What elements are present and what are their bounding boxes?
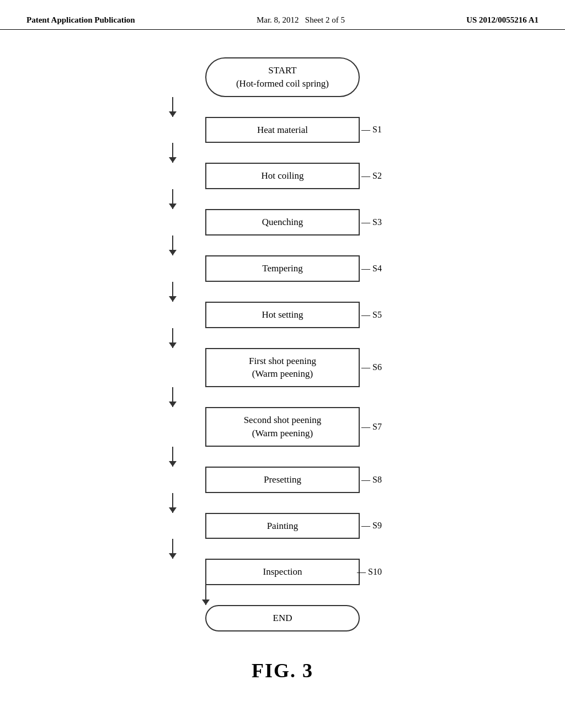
step-label-8: —S9 bbox=[361, 521, 382, 531]
step-row-6: Second shot peening(Warm peening)—S7 bbox=[172, 407, 393, 447]
process-box-3: Tempering bbox=[205, 255, 360, 282]
step-row-3: Tempering—S4 bbox=[172, 255, 393, 282]
arrow-1 bbox=[172, 143, 173, 163]
process-box-2: Quenching bbox=[205, 209, 360, 235]
header-right: US 2012/0055216 A1 bbox=[466, 15, 539, 25]
process-box-8: Painting bbox=[205, 513, 360, 539]
step-label-5: —S6 bbox=[361, 362, 382, 372]
process-box-9: Inspection bbox=[205, 559, 360, 585]
header-sheet: Sheet 2 of 5 bbox=[305, 15, 345, 24]
arrow-7 bbox=[172, 447, 173, 467]
step-label-4: —S5 bbox=[361, 310, 382, 320]
arrow-6 bbox=[172, 387, 173, 407]
step-label-9: —S10 bbox=[357, 567, 382, 577]
arrow-4 bbox=[172, 282, 173, 302]
end-node: END bbox=[205, 605, 360, 631]
arrow-0 bbox=[172, 97, 173, 117]
start-text-line2: (Hot-formed coil spring) bbox=[236, 78, 329, 89]
header-date: Mar. 8, 2012 bbox=[257, 15, 299, 24]
step-label-3: —S4 bbox=[361, 264, 382, 274]
step-row-4: Hot setting—S5 bbox=[172, 302, 393, 328]
process-box-7: Presetting bbox=[205, 467, 360, 493]
main-content: START (Hot-formed coil spring) Heat mate… bbox=[0, 30, 565, 682]
arrow-9 bbox=[172, 539, 173, 559]
flowchart: START (Hot-formed coil spring) Heat mate… bbox=[0, 57, 565, 631]
step-label-0: —S1 bbox=[361, 125, 382, 135]
step-label-6: —S7 bbox=[361, 422, 382, 432]
step-row-8: Painting—S9 bbox=[172, 513, 393, 539]
step-label-2: —S3 bbox=[361, 217, 382, 227]
step-row-9: Inspection—S10 bbox=[172, 559, 393, 585]
step-row-2: Quenching—S3 bbox=[172, 209, 393, 235]
start-text-line1: START bbox=[268, 65, 296, 76]
arrow-3 bbox=[172, 235, 173, 255]
process-box-6: Second shot peening(Warm peening) bbox=[205, 407, 360, 447]
arrow-8 bbox=[172, 493, 173, 513]
step-row-7: Presetting—S8 bbox=[172, 467, 393, 493]
figure-caption: FIG. 3 bbox=[252, 659, 313, 682]
step-label-7: —S8 bbox=[361, 475, 382, 485]
final-arrow bbox=[205, 585, 206, 605]
header-left: Patent Application Publication bbox=[26, 15, 135, 25]
arrow-5 bbox=[172, 328, 173, 348]
header-center: Mar. 8, 2012 Sheet 2 of 5 bbox=[257, 15, 345, 25]
page-header: Patent Application Publication Mar. 8, 2… bbox=[0, 0, 565, 30]
process-box-1: Hot coiling bbox=[205, 163, 360, 189]
step-label-1: —S2 bbox=[361, 171, 382, 181]
start-node: START (Hot-formed coil spring) bbox=[205, 57, 360, 97]
step-row-0: Heat material—S1 bbox=[172, 117, 393, 143]
process-box-4: Hot setting bbox=[205, 302, 360, 328]
step-row-1: Hot coiling—S2 bbox=[172, 163, 393, 189]
step-row-5: First shot peening(Warm peening)—S6 bbox=[172, 348, 393, 388]
arrow-2 bbox=[172, 189, 173, 209]
process-box-0: Heat material bbox=[205, 117, 360, 143]
process-box-5: First shot peening(Warm peening) bbox=[205, 348, 360, 388]
